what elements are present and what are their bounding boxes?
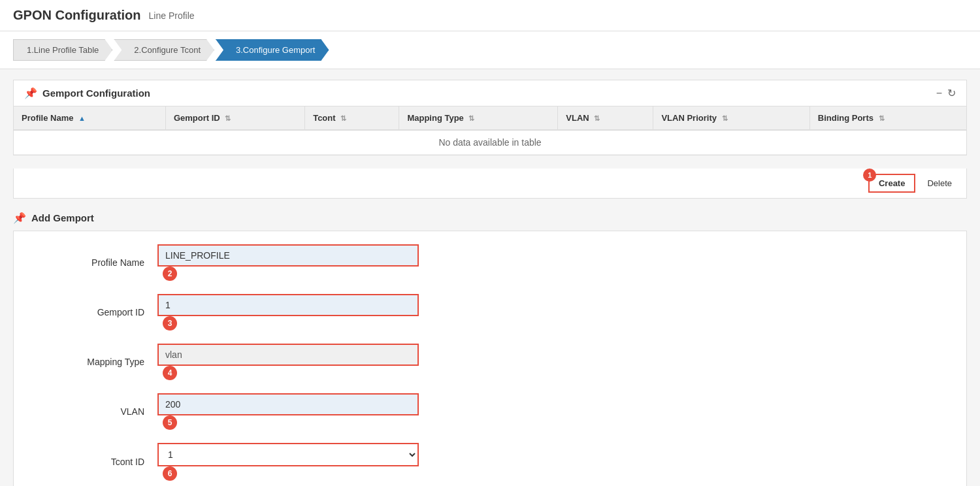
col-profile-name[interactable]: Profile Name ▲	[14, 106, 165, 130]
sort-icon-mapping-type: ⇅	[468, 114, 474, 123]
mapping-type-label: Mapping Type	[40, 357, 157, 367]
gemport-id-input[interactable]	[157, 294, 419, 316]
minimize-button[interactable]: −	[936, 88, 942, 99]
col-gemport-id[interactable]: Gemport ID ⇅	[165, 106, 304, 130]
profile-name-badge: 2	[163, 267, 177, 281]
profile-name-row: Profile Name 2	[40, 244, 940, 281]
wizard-step-3[interactable]: 3.Configure Gemport	[216, 39, 329, 61]
profile-name-input[interactable]	[157, 244, 419, 267]
wizard-step-1[interactable]: 1.Line Profile Table	[13, 39, 112, 61]
col-vlan[interactable]: VLAN ⇅	[558, 106, 653, 130]
sort-icon-tcont: ⇅	[340, 114, 346, 123]
mapping-type-badge: 4	[163, 366, 177, 380]
add-pin-icon: 📌	[13, 212, 26, 224]
empty-message: No data available in table	[14, 130, 966, 155]
table-empty-row: No data available in table	[14, 130, 966, 155]
wizard-step-2[interactable]: 2.Configure Tcont	[114, 39, 214, 61]
delete-button[interactable]: Delete	[921, 175, 958, 191]
vlan-label: VLAN	[40, 406, 157, 417]
pin-icon: 📌	[24, 87, 37, 99]
refresh-button[interactable]: ↻	[947, 87, 956, 99]
sort-icon-vlan: ⇅	[594, 114, 600, 123]
add-gemport-form: Profile Name 2 Gemport ID 3 Mapping Type	[13, 231, 967, 486]
wizard-steps: 1.Line Profile Table 2.Configure Tcont 3…	[0, 31, 980, 69]
gemport-id-label: Gemport ID	[40, 307, 157, 317]
sort-icon-binding-ports: ⇅	[879, 114, 885, 123]
gemport-config-section: 📌 Gemport Configuration − ↻ Profile Name…	[13, 80, 967, 199]
sort-icon-vlan-priority: ⇅	[722, 114, 728, 123]
vlan-row: VLAN 5	[40, 393, 940, 430]
sort-icon-gemport-id: ⇅	[225, 114, 231, 123]
tcont-id-select[interactable]: 1 2 3 4	[157, 443, 419, 466]
col-binding-ports[interactable]: Binding Ports ⇅	[809, 106, 966, 130]
col-mapping-type[interactable]: Mapping Type ⇅	[399, 106, 558, 130]
tcont-id-row: Tcont ID 1 2 3 4 6	[40, 443, 940, 481]
mapping-type-input	[157, 344, 419, 366]
profile-name-label: Profile Name	[40, 257, 157, 268]
mapping-type-row: Mapping Type 4	[40, 344, 940, 380]
page-subtitle: Line Profile	[149, 10, 195, 21]
tcont-id-badge: 6	[163, 466, 177, 481]
gemport-config-title: Gemport Configuration	[42, 88, 150, 99]
tcont-id-label: Tcont ID	[40, 457, 157, 467]
gemport-id-badge: 3	[163, 316, 177, 331]
vlan-input[interactable]	[157, 393, 419, 415]
add-gemport-title: Add Gemport	[31, 212, 94, 223]
gemport-id-row: Gemport ID 3	[40, 294, 940, 331]
table-actions: 1 Create Delete	[13, 169, 967, 199]
gemport-table: Profile Name ▲ Gemport ID ⇅ Tcont ⇅ Ma	[14, 106, 966, 155]
add-gemport-section: 📌 Add Gemport Profile Name 2 Gemport ID …	[13, 205, 967, 486]
page-title: GPON Configuration	[13, 8, 141, 23]
sort-icon-profile-name: ▲	[78, 114, 86, 122]
col-vlan-priority[interactable]: VLAN Priority ⇅	[653, 106, 809, 130]
page-header: GPON Configuration Line Profile	[0, 0, 980, 31]
vlan-badge: 5	[163, 415, 177, 430]
col-tcont[interactable]: Tcont ⇅	[305, 106, 399, 130]
